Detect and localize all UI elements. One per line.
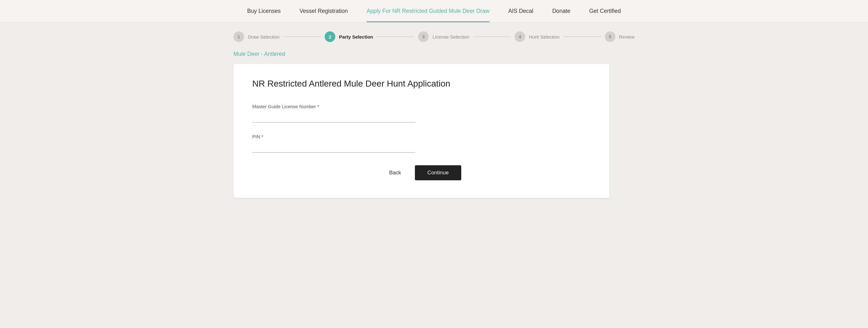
pin-field: PIN * xyxy=(252,134,415,153)
step-label-review: Review xyxy=(619,34,634,39)
step-label-hunt-selection: Hunt Selection xyxy=(529,34,560,39)
step-connector-4 xyxy=(563,36,601,37)
nav-item-buy-licenses[interactable]: Buy Licenses xyxy=(247,0,281,22)
step-draw-selection: 1 Draw Selection xyxy=(234,31,280,42)
step-circle-5: 5 xyxy=(605,31,615,42)
card-title: NR Restricted Antlered Mule Deer Hunt Ap… xyxy=(252,79,591,89)
nav-item-donate[interactable]: Donate xyxy=(552,0,570,22)
nav-item-vessel-registration[interactable]: Vessel Registration xyxy=(300,0,348,22)
step-label-party-selection: Party Selection xyxy=(339,34,373,39)
progress-steps: 1 Draw Selection 2 Party Selection 3 Lic… xyxy=(0,23,868,51)
master-guide-label: Master Guide License Number * xyxy=(252,104,415,109)
step-circle-3: 3 xyxy=(418,31,429,42)
pin-input[interactable] xyxy=(252,142,415,153)
master-guide-input[interactable] xyxy=(252,112,415,123)
step-party-selection: 2 Party Selection xyxy=(324,31,373,42)
step-license-selection: 3 License Selection xyxy=(418,31,469,42)
master-guide-field: Master Guide License Number * xyxy=(252,104,415,123)
step-connector-3 xyxy=(473,36,511,37)
form-group-pin: PIN * xyxy=(252,134,591,153)
nav-bar: Buy Licenses Vessel Registration Apply F… xyxy=(0,0,868,23)
step-connector-1 xyxy=(283,36,321,37)
step-circle-4: 4 xyxy=(515,31,525,42)
back-button[interactable]: Back xyxy=(382,166,409,180)
nav-item-get-certified[interactable]: Get Certified xyxy=(589,0,621,22)
step-label-license-selection: License Selection xyxy=(432,34,469,39)
form-group-master-guide: Master Guide License Number * xyxy=(252,104,591,123)
step-label-draw-selection: Draw Selection xyxy=(248,34,280,39)
step-circle-1: 1 xyxy=(234,31,244,42)
application-card: NR Restricted Antlered Mule Deer Hunt Ap… xyxy=(234,64,610,198)
continue-button[interactable]: Continue xyxy=(415,165,461,180)
section-title: Mule Deer - Antlered xyxy=(234,51,634,57)
step-circle-2: 2 xyxy=(324,31,335,42)
nav-item-apply-nr[interactable]: Apply For NR Restricted Guided Mule Deer… xyxy=(367,0,490,22)
main-content: Mule Deer - Antlered NR Restricted Antle… xyxy=(215,51,653,217)
step-connector-2 xyxy=(377,36,414,37)
nav-item-ais-decal[interactable]: AIS Decal xyxy=(508,0,533,22)
button-row: Back Continue xyxy=(252,165,591,180)
step-hunt-selection: 4 Hunt Selection xyxy=(515,31,560,42)
step-review: 5 Review xyxy=(605,31,634,42)
pin-label: PIN * xyxy=(252,134,415,139)
